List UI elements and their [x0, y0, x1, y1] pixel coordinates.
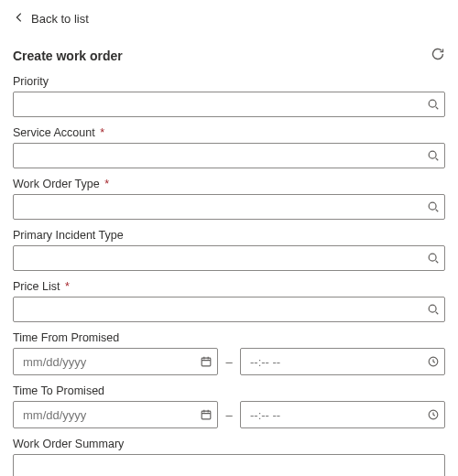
- service-account-label: Service Account *: [13, 126, 445, 139]
- field-priority: Priority: [13, 75, 445, 117]
- summary-label-text: Work Order Summary: [13, 438, 124, 450]
- summary-label: Work Order Summary: [13, 438, 445, 450]
- range-dash: –: [225, 408, 233, 422]
- create-work-order-form: Back to list Create work order Priority …: [0, 0, 458, 476]
- price-list-label: Price List *: [13, 280, 445, 293]
- time-to-label: Time To Promised: [13, 384, 445, 397]
- page-title: Create work order: [13, 49, 123, 63]
- incident-type-input[interactable]: [13, 245, 445, 271]
- summary-textarea[interactable]: [13, 454, 445, 476]
- field-time-from: Time From Promised –: [13, 331, 445, 375]
- time-from-label-text: Time From Promised: [13, 331, 119, 344]
- time-from-label: Time From Promised: [13, 331, 445, 344]
- time-from-time-input[interactable]: [240, 348, 445, 375]
- required-marker: *: [100, 126, 104, 139]
- field-service-account: Service Account *: [13, 126, 445, 168]
- price-list-input[interactable]: [13, 297, 445, 322]
- required-marker: *: [65, 280, 70, 293]
- incident-type-label-text: Primary Incident Type: [13, 229, 124, 242]
- field-time-to: Time To Promised –: [13, 384, 445, 428]
- field-price-list: Price List *: [13, 280, 445, 322]
- arrow-left-icon: [13, 11, 26, 27]
- time-to-date-input[interactable]: [13, 401, 218, 428]
- price-list-label-text: Price List: [13, 280, 60, 293]
- time-to-time-input[interactable]: [240, 401, 445, 428]
- priority-input[interactable]: [13, 92, 445, 117]
- refresh-button[interactable]: [431, 47, 445, 64]
- time-from-date-input[interactable]: [13, 348, 218, 375]
- field-incident-type: Primary Incident Type: [13, 229, 445, 271]
- range-dash: –: [225, 355, 233, 369]
- incident-type-label: Primary Incident Type: [13, 229, 445, 242]
- wo-type-label-text: Work Order Type: [13, 178, 100, 190]
- back-label: Back to list: [31, 12, 89, 26]
- field-wo-type: Work Order Type *: [13, 178, 445, 220]
- priority-label: Priority: [13, 75, 445, 88]
- service-account-label-text: Service Account: [13, 126, 95, 139]
- required-marker: *: [104, 178, 109, 190]
- service-account-input[interactable]: [13, 143, 445, 168]
- wo-type-input[interactable]: [13, 194, 445, 220]
- field-summary: Work Order Summary: [13, 438, 445, 476]
- wo-type-label: Work Order Type *: [13, 178, 445, 190]
- time-to-label-text: Time To Promised: [13, 384, 104, 397]
- refresh-icon: [431, 47, 445, 64]
- priority-label-text: Priority: [13, 75, 49, 88]
- back-to-list-link[interactable]: Back to list: [13, 9, 89, 28]
